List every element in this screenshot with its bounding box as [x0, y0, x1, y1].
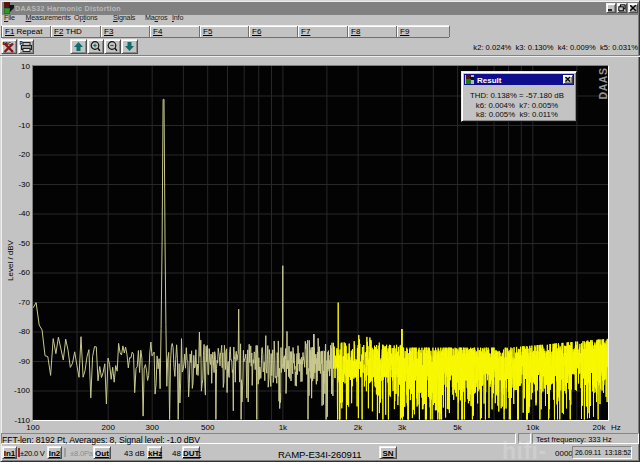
svg-text:DAAS: DAAS: [597, 67, 609, 99]
